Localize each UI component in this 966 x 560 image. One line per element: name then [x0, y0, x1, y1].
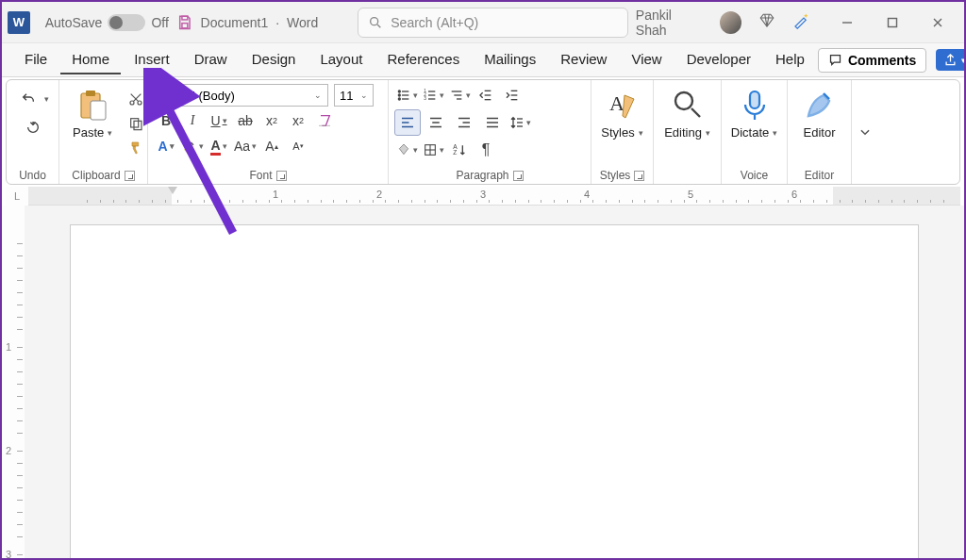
autosave-state: Off [151, 15, 168, 30]
grow-font-button[interactable]: A▴ [259, 135, 284, 157]
tab-mailings[interactable]: Mailings [473, 45, 547, 74]
paste-button[interactable]: Paste▾ [65, 84, 120, 143]
repeat-button[interactable] [21, 116, 45, 139]
bold-button[interactable]: B [154, 109, 178, 132]
pen-sparkle-icon[interactable] [792, 12, 809, 32]
vertical-ruler[interactable]: 123 [2, 206, 25, 560]
tab-home[interactable]: Home [60, 45, 121, 74]
svg-rect-6 [86, 91, 95, 96]
tab-references[interactable]: References [375, 45, 471, 74]
svg-rect-0 [182, 16, 188, 20]
tab-view[interactable]: View [620, 45, 673, 74]
highlight-button[interactable]: ▾ [180, 135, 205, 157]
search-box[interactable]: Search (Alt+Q) [358, 8, 628, 38]
bullets-button[interactable]: ▾ [394, 84, 419, 107]
tab-file[interactable]: File [13, 45, 58, 74]
align-justify-button[interactable] [479, 109, 506, 136]
minimize-button[interactable] [826, 8, 868, 37]
maximize-button[interactable] [872, 8, 913, 37]
format-painter-button[interactable] [124, 137, 148, 159]
svg-text:A: A [609, 91, 625, 115]
styles-button[interactable]: A Styles▾ [593, 84, 650, 143]
svg-point-16 [398, 98, 400, 100]
svg-text:A: A [453, 143, 458, 150]
font-launcher[interactable] [276, 171, 287, 181]
copy-button[interactable] [124, 112, 148, 135]
superscript-button[interactable]: x2 [286, 109, 310, 132]
clipboard-launcher[interactable] [125, 171, 135, 181]
italic-button[interactable]: I [180, 109, 205, 132]
ribbon: ▾ Undo Paste▾ Clipboard Calibri (Body)⌄ … [6, 79, 960, 185]
ribbon-tabs: File Home Insert Draw Design Layout Refe… [2, 43, 964, 77]
dictate-button[interactable]: Dictate▾ [724, 84, 785, 143]
multilevel-list-button[interactable]: ▾ [447, 84, 472, 107]
numbering-button[interactable]: 123▾ [421, 84, 445, 107]
user-avatar[interactable] [720, 11, 741, 34]
close-button[interactable] [917, 8, 958, 37]
clear-formatting-button[interactable] [312, 109, 337, 132]
decrease-indent-button[interactable] [474, 84, 498, 107]
document-area: 123 [2, 206, 964, 560]
search-placeholder: Search (Alt+Q) [391, 15, 478, 30]
tab-developer[interactable]: Developer [675, 45, 762, 74]
document-name: Document1 [201, 15, 269, 30]
editing-button[interactable]: Editing▾ [657, 84, 718, 143]
strikethrough-button[interactable]: ab [233, 109, 258, 132]
user-name: Pankil Shah [636, 8, 703, 38]
svg-text:Z: Z [453, 149, 457, 156]
tab-insert[interactable]: Insert [123, 45, 181, 74]
page-viewport[interactable] [25, 206, 964, 560]
font-name-combo[interactable]: Calibri (Body)⌄ [154, 84, 328, 107]
line-spacing-button[interactable]: ▾ [508, 111, 532, 134]
styles-launcher[interactable] [634, 171, 644, 181]
word-app-icon: W [8, 11, 30, 34]
svg-point-12 [398, 91, 400, 92]
page[interactable] [70, 224, 919, 560]
borders-button[interactable]: ▾ [421, 139, 445, 161]
font-color-button[interactable]: A▾ [207, 135, 231, 157]
increase-indent-button[interactable] [500, 84, 525, 107]
svg-rect-11 [134, 121, 142, 129]
svg-rect-10 [131, 119, 139, 127]
text-effects-button[interactable]: A▾ [154, 135, 178, 157]
shading-button[interactable]: ▾ [394, 139, 419, 161]
svg-point-54 [675, 92, 692, 109]
comments-button[interactable]: Comments [818, 48, 926, 73]
autosave-label: AutoSave [45, 15, 103, 30]
app-name: Word [287, 15, 318, 30]
align-center-button[interactable] [423, 109, 449, 136]
font-size-combo[interactable]: 11⌄ [334, 84, 374, 107]
svg-rect-1 [182, 23, 188, 27]
align-left-button[interactable] [394, 109, 421, 136]
change-case-button[interactable]: Aa▾ [233, 135, 258, 157]
tab-layout[interactable]: Layout [308, 45, 374, 74]
show-marks-button[interactable]: ¶ [474, 139, 498, 161]
undo-button[interactable] [16, 88, 41, 110]
tab-draw[interactable]: Draw [183, 45, 239, 74]
editor-button[interactable]: Editor [795, 84, 844, 143]
autosave-toggle[interactable] [108, 14, 145, 31]
align-right-button[interactable] [451, 109, 477, 136]
diamond-icon[interactable] [758, 12, 775, 32]
svg-rect-4 [889, 18, 897, 26]
share-button[interactable]: ▾ [936, 49, 966, 71]
subscript-button[interactable]: x2 [259, 109, 284, 132]
undo-dropdown[interactable]: ▾ [44, 94, 49, 104]
underline-button[interactable]: U▾ [207, 109, 231, 132]
tab-design[interactable]: Design [241, 45, 308, 74]
title-bar: W AutoSave Off Document1 · Word Search (… [2, 2, 964, 43]
svg-text:3: 3 [424, 96, 426, 101]
svg-rect-7 [91, 101, 106, 120]
tab-help[interactable]: Help [764, 45, 816, 74]
autosave-control[interactable]: AutoSave Off [45, 14, 169, 31]
tab-review[interactable]: Review [549, 45, 618, 74]
shrink-font-button[interactable]: A▾ [286, 135, 310, 157]
save-icon[interactable] [176, 14, 193, 31]
horizontal-ruler[interactable]: L 123456 [6, 187, 960, 206]
collapse-ribbon-button[interactable] [852, 80, 878, 184]
sort-button[interactable]: AZ [447, 139, 472, 161]
svg-point-2 [371, 17, 378, 25]
svg-point-14 [398, 94, 400, 96]
paragraph-launcher[interactable] [513, 171, 524, 181]
cut-button[interactable] [124, 88, 148, 110]
